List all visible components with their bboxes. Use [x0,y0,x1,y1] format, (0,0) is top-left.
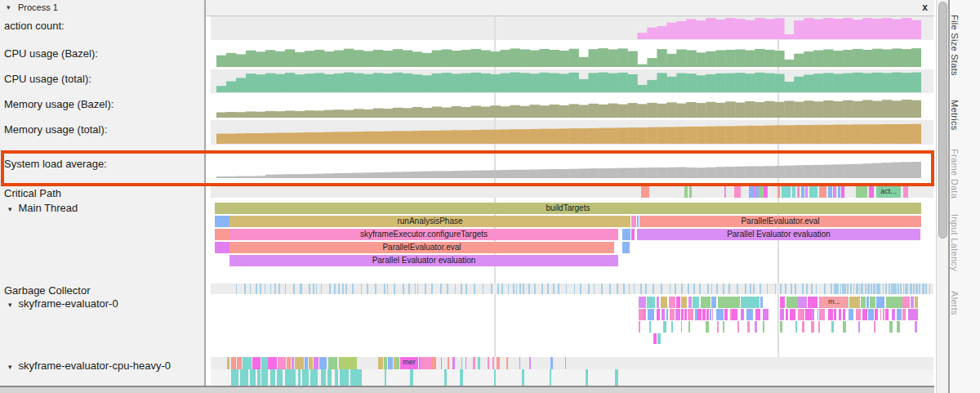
vertical-scrollbar-thumb[interactable] [938,2,947,239]
trace-slice [497,357,501,369]
collapse-icon[interactable]: ▾ [8,363,12,371]
tab-input-latency[interactable]: Input Latency [950,214,980,271]
trace-slice [314,357,318,369]
trace-slice [688,297,693,308]
trace-slice [622,229,630,240]
trace-slice [316,284,317,294]
trace-slice [819,309,825,320]
trace-slice [717,321,718,333]
counter-chart-cpu-total[interactable] [216,71,921,92]
trace-slice [763,309,768,320]
track-label-mem-bazel: Memory usage (Bazel): [4,98,114,110]
cpu-heavy-labeled-slice[interactable]: mer [400,357,418,369]
trace-slice [895,284,897,294]
vertical-scrollbar[interactable] [936,0,949,393]
trace-slice [730,297,740,308]
trace-slice [838,186,840,198]
trace-slice [711,284,712,294]
trace-slice [506,357,508,369]
trace-slice [906,284,908,294]
trace-slice [688,284,688,294]
trace-slice [345,284,347,294]
trace-slice [431,284,433,294]
trace-slice [850,284,852,294]
trace-slice [908,309,915,320]
process-header[interactable]: ▾ Process 1 x [0,0,934,16]
process-close-button[interactable]: x [922,0,928,16]
horizontal-divider[interactable] [0,386,934,393]
trace-slice [396,357,399,369]
trace-slice [911,297,914,308]
trace-slice [662,309,665,320]
collapse-icon[interactable]: ▾ [8,205,12,213]
slice-parallel-evaluator-evaluation[interactable]: Parallel Evaluator evaluation [637,229,920,240]
slice-label: Parallel Evaluator evaluation [637,229,920,240]
trace-slice [910,284,911,294]
trace-slice [716,284,718,294]
trace-slice [745,284,746,294]
trace-slice [256,284,257,294]
critical-path-labeled-slice[interactable]: act... [876,186,901,198]
slice-runanalysisphase[interactable]: runAnalysisPhase [229,216,630,227]
slice-parallel-evaluator-evaluation[interactable]: Parallel Evaluator evaluation [229,255,618,266]
track-label-skyframe-evaluator-cpu-heavy-0: ▾skyframe-evaluator-cpu-heavy-0 [8,360,171,372]
trace-slice [292,357,294,369]
trace-slice [897,309,901,320]
trace-slice [811,321,814,333]
trace-slice [716,309,724,320]
trace-slice [780,284,782,294]
trace-slice [244,284,246,294]
trace-slice [215,242,229,253]
tab-alerts[interactable]: Alerts [950,291,980,315]
trace-slice [834,309,836,320]
trace-slice [473,357,475,369]
slice-buildtargets[interactable]: buildTargets [215,203,921,214]
slice-parallelevaluator-eval[interactable]: ParallelEvaluator.eval [229,242,614,253]
trace-slice [760,297,763,308]
trace-slice [340,357,357,369]
trace-slice [352,284,354,294]
trace-slice [737,284,738,294]
tab-frame-data[interactable]: Frame Data [950,149,980,199]
trace-slice [634,284,635,294]
track-label-column: action count:CPU usage (Bazel):CPU usage… [0,16,204,386]
trace-slice [767,284,768,294]
trace-slice [753,284,755,294]
trace-slice [387,284,389,294]
counter-chart-mem-total[interactable] [216,122,921,144]
counter-chart-action-count[interactable] [216,18,921,39]
trace-slice [644,309,646,320]
trace-slice [749,297,760,308]
trace-slice [869,186,874,198]
trace-slice [681,284,683,294]
collapse-icon[interactable]: ▾ [8,301,12,309]
trace-slice [834,284,835,294]
slice-parallelevaluator-eval[interactable]: ParallelEvaluator.eval [639,216,921,227]
trace-slice [328,357,337,369]
trace-slice [891,284,893,294]
trace-slice [444,369,448,386]
counter-chart-cpu-bazel[interactable] [216,46,921,67]
timeline-track-area[interactable]: act...buildTargetsrunAnalysisPhaseParall… [211,16,933,386]
trace-slice [287,357,290,369]
trace-slice [441,357,442,369]
trace-slice [929,284,931,294]
trace-slice [861,297,866,308]
tab-metrics[interactable]: Metrics [950,100,980,131]
slice-skyframeexecutor-configuretargets[interactable]: skyframeExecutor.configureTargets [229,229,618,240]
trace-slice [285,369,295,386]
trace-slice [488,357,489,369]
trace-slice [384,357,387,369]
process-collapse-icon[interactable]: ▾ [7,0,11,16]
trace-slice [889,284,890,294]
trace-slice [693,297,699,308]
counter-chart-mem-bazel[interactable] [216,96,921,118]
trace-slice [378,357,383,369]
evaluator0-labeled-slice[interactable]: m... [821,297,848,308]
trace-slice [497,284,499,294]
trace-slice [637,216,639,227]
trace-slice [785,284,786,294]
tab-file-size-stats[interactable]: File Size Stats [950,15,980,76]
trace-slice [653,284,654,294]
trace-slice [657,333,661,344]
